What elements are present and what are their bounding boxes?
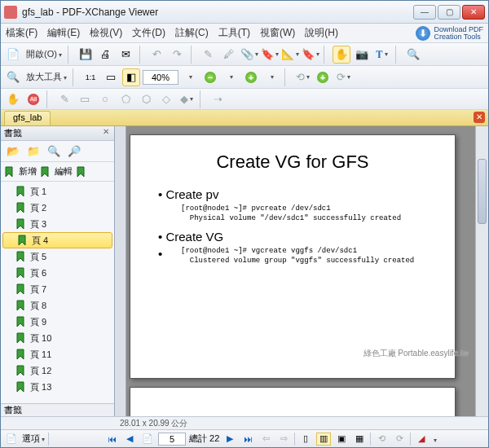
open-button[interactable]: 開啟(O) (24, 48, 64, 60)
zoom-out-dropdown[interactable] (222, 68, 240, 86)
tool-icon-2[interactable]: 🖉 (220, 46, 238, 64)
layout-facing-icon[interactable]: ▣ (334, 433, 349, 446)
layout-cont-icon[interactable]: ▥ (316, 433, 331, 446)
rotate-cw-icon[interactable]: ⟳ (392, 433, 407, 446)
bm-expand-icon[interactable]: 📂 (4, 143, 22, 160)
bookmark-item[interactable]: 頁 4 (2, 232, 112, 248)
last-page-button[interactable]: ⏭ (240, 433, 255, 446)
adobe-icon[interactable]: ◢ (414, 433, 429, 446)
annot-icon-3[interactable]: ○ (96, 90, 114, 108)
find-icon[interactable]: 🔍 (404, 46, 422, 64)
menu-document[interactable]: 文件(D) (132, 26, 165, 40)
vertical-scrollbar[interactable] (475, 126, 488, 416)
scrollbar-thumb[interactable] (478, 159, 487, 224)
menu-tools[interactable]: 工具(T) (218, 26, 250, 40)
nav-back-icon[interactable]: ⇦ (258, 433, 273, 446)
tab-close-button[interactable]: ✕ (474, 112, 485, 123)
annot-icon-6[interactable]: ◇ (157, 90, 175, 108)
zoom-out-button[interactable] (201, 68, 219, 86)
annot-icon-7[interactable]: ◆ (178, 90, 196, 108)
maximize-button[interactable]: ▢ (438, 5, 460, 20)
layout-cont-facing-icon[interactable]: ▦ (352, 433, 367, 446)
bookmarks-close-button[interactable]: ✕ (101, 127, 111, 137)
first-page-button[interactable]: ⏮ (104, 433, 119, 446)
bookmark-item[interactable]: 頁 8 (1, 297, 114, 314)
menu-help[interactable]: 說明(H) (305, 26, 338, 40)
bookmark-item[interactable]: 頁 3 (1, 216, 114, 232)
select-tool-icon[interactable]: 𝐓 (373, 46, 391, 64)
tool-icon-3[interactable]: 📎 (240, 46, 258, 64)
bm-misc-icon[interactable] (76, 166, 87, 178)
zoom-in-button[interactable] (242, 68, 260, 86)
bookmark-label: 頁 7 (30, 283, 46, 296)
annot-icon-8[interactable]: ➝ (209, 90, 227, 108)
tool-icon-1[interactable]: ✎ (200, 46, 218, 64)
bm-collapse-icon[interactable]: 📁 (24, 143, 42, 160)
bm-edit-button[interactable]: 編輯 (55, 165, 73, 178)
tool-icon-5[interactable]: 📐 (281, 46, 299, 64)
zoom-reset-button[interactable] (314, 68, 332, 86)
fit-page-icon[interactable]: ▭ (102, 68, 120, 86)
document-view[interactable]: Create VG for GFS • Create pv [root@node… (115, 126, 488, 416)
tool-icon-4[interactable]: 🔖 (261, 46, 279, 64)
zoom-dropdown[interactable] (181, 68, 199, 86)
bookmark-item[interactable]: 頁 13 (1, 379, 114, 395)
annot-icon-1[interactable]: ✎ (55, 90, 73, 108)
menu-view[interactable]: 檢視(V) (90, 26, 122, 40)
bm-new-button[interactable]: 新增 (19, 165, 37, 178)
document-tab[interactable]: gfs_lab (4, 111, 51, 125)
nav-fwd-icon[interactable]: ⇨ (276, 433, 291, 446)
annot-icon-4[interactable]: ⬠ (117, 90, 134, 108)
next-page-button[interactable]: ▶ (222, 433, 237, 446)
options-icon[interactable]: 📄 (4, 433, 19, 446)
bookmark-item[interactable]: 頁 9 (1, 314, 114, 330)
prev-page-button[interactable]: ◀ (122, 433, 137, 446)
zoom-tool-icon[interactable]: 🔍 (4, 68, 22, 86)
all-annot-icon[interactable]: All (24, 90, 42, 108)
menu-edit[interactable]: 編輯(E) (47, 26, 80, 40)
bookmark-item[interactable]: 頁 10 (1, 330, 114, 346)
bookmark-item[interactable]: 頁 6 (1, 265, 114, 281)
bookmark-item[interactable]: 頁 2 (1, 200, 114, 216)
bm-zoom-in-icon[interactable]: 🔍 (45, 143, 63, 160)
fit-actual-icon[interactable]: 1:1 (82, 68, 99, 86)
bookmark-list[interactable]: 頁 1頁 2頁 3頁 4頁 5頁 6頁 7頁 8頁 9頁 10頁 11頁 12頁… (1, 182, 114, 403)
undo-icon[interactable]: ↶ (148, 46, 166, 64)
bookmark-item[interactable]: 頁 11 (1, 346, 114, 362)
new-doc-icon[interactable]: 📄 (4, 46, 22, 64)
menu-window[interactable]: 視窗(W) (260, 26, 295, 40)
rotate-ccw-icon[interactable]: ⟲ (374, 433, 389, 446)
print-icon[interactable]: 🖨 (97, 46, 115, 64)
email-icon[interactable]: ✉ (117, 46, 135, 64)
bookmark-item[interactable]: 頁 1 (1, 183, 114, 200)
close-button[interactable]: ✕ (462, 5, 485, 20)
download-pdf-tools-button[interactable]: ⬇ Download PDF Creation Tools (416, 26, 483, 41)
minimize-button[interactable]: — (413, 5, 436, 20)
bookmark-icon (15, 218, 27, 230)
redo-icon[interactable]: ↷ (169, 46, 187, 64)
bullet-2-dot: • (158, 247, 174, 266)
layout-single-icon[interactable]: ▯ (298, 433, 313, 446)
fit-width-icon[interactable]: ◧ (122, 68, 140, 86)
bookmark-item[interactable]: 頁 7 (1, 281, 114, 297)
rotate-left-icon[interactable]: ⟲ (293, 68, 311, 86)
stamp-icon[interactable]: 🔖 (302, 46, 319, 64)
menu-file[interactable]: 檔案(F) (6, 26, 37, 40)
bm-zoom-out-icon[interactable]: 🔎 (65, 143, 83, 160)
bookmark-item[interactable]: 頁 5 (1, 248, 114, 265)
annot-icon-2[interactable]: ▭ (76, 90, 94, 108)
page-number-input[interactable] (158, 433, 186, 446)
rotate-right-icon[interactable]: ⟳ (334, 68, 352, 86)
save-icon[interactable]: 💾 (77, 46, 95, 64)
annot-icon-5[interactable]: ⬡ (137, 90, 155, 108)
menu-annotation[interactable]: 註解(C) (175, 26, 209, 40)
zoom-in-dropdown[interactable] (262, 68, 280, 86)
adobe-dropdown[interactable] (432, 434, 437, 444)
options-button[interactable]: 選項 (22, 433, 45, 445)
zoom-tool-button[interactable]: 放大工具 (24, 71, 68, 83)
hand-icon[interactable]: ✋ (4, 90, 22, 108)
zoom-input[interactable] (143, 70, 178, 85)
bookmark-item[interactable]: 頁 12 (1, 362, 114, 379)
hand-tool-icon[interactable]: ✋ (333, 46, 350, 64)
snapshot-icon[interactable]: 📷 (353, 46, 371, 64)
